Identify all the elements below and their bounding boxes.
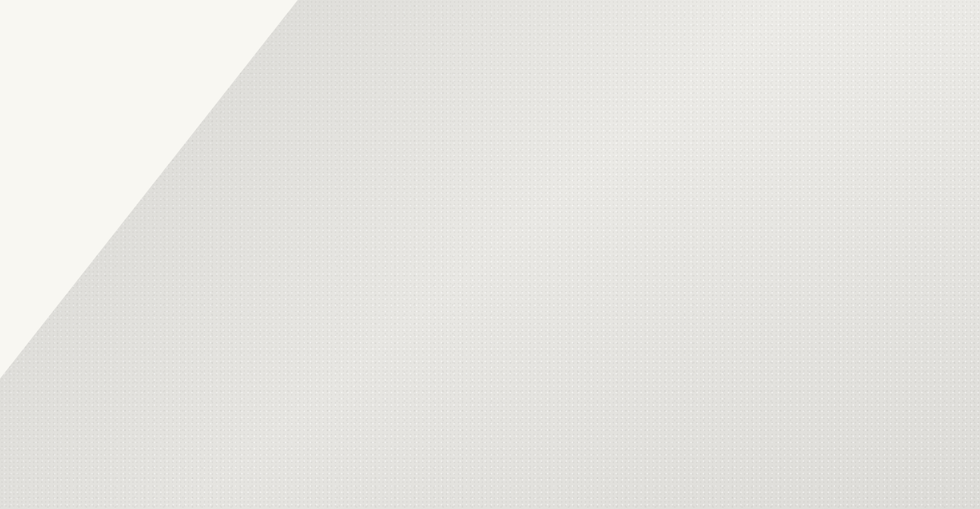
- wallpaper-sky: [0, 0, 318, 397]
